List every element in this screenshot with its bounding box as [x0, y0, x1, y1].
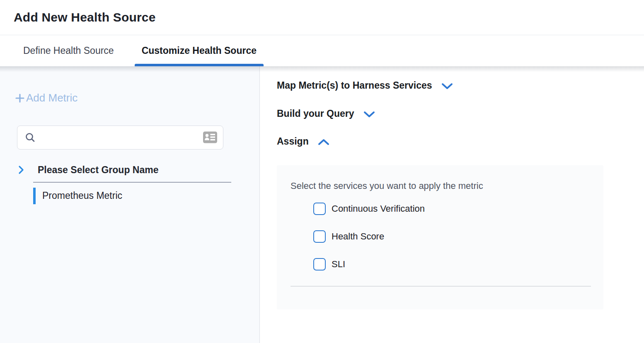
option-health-score[interactable]: Health Score [313, 230, 591, 243]
tab-bar: Define Health Source Customize Health So… [0, 35, 644, 66]
metric-group-row[interactable]: Please Select Group Name [0, 164, 259, 176]
option-label: SLI [332, 259, 345, 270]
chevron-up-icon[interactable] [318, 139, 329, 145]
tab-customize-health-source[interactable]: Customize Health Source [135, 35, 264, 66]
metric-list-item-prometheus[interactable]: Prometheus Metric [33, 188, 259, 204]
page-title: Add New Health Source [14, 10, 156, 24]
metric-name-label: Prometheus Metric [42, 190, 122, 201]
option-label: Continuous Verification [332, 203, 425, 214]
contact-card-icon[interactable] [203, 131, 217, 143]
section-label: Map Metric(s) to Harness Services [277, 80, 432, 91]
group-name-label: Please Select Group Name [38, 164, 158, 176]
checkbox-continuous-verification[interactable] [313, 203, 326, 215]
customize-panel: Map Metric(s) to Harness Services Build … [260, 66, 644, 343]
assign-options: Continuous Verification Health Score SLI [313, 203, 591, 271]
chevron-down-icon[interactable] [363, 111, 375, 118]
checkbox-sli[interactable] [313, 258, 326, 271]
section-label: Assign [277, 136, 309, 147]
tab-define-health-source[interactable]: Define Health Source [16, 35, 121, 66]
selected-indicator-bar [33, 188, 36, 204]
metrics-sidebar: Add Metric [0, 66, 260, 343]
content-area: Add Metric [0, 66, 644, 343]
group-divider [33, 182, 231, 183]
section-label: Build your Query [277, 108, 354, 119]
plus-icon [15, 93, 25, 103]
option-sli[interactable]: SLI [313, 258, 591, 271]
option-label: Health Score [332, 231, 384, 242]
assign-card: Select the services you want to apply th… [277, 165, 603, 309]
section-map-metrics-to-harness-services[interactable]: Map Metric(s) to Harness Services [277, 80, 453, 91]
search-icon [25, 132, 36, 143]
tab-label: Define Health Source [23, 45, 114, 56]
section-assign[interactable]: Assign [277, 136, 644, 147]
section-build-your-query[interactable]: Build your Query [277, 108, 644, 119]
chevron-down-icon[interactable] [441, 83, 453, 89]
metric-search-input[interactable] [40, 133, 203, 143]
assign-prompt: Select the services you want to apply th… [291, 181, 591, 191]
add-metric-label: Add Metric [26, 92, 77, 104]
page-header: Add New Health Source [0, 0, 644, 35]
option-continuous-verification[interactable]: Continuous Verification [313, 203, 591, 215]
tab-label: Customize Health Source [142, 45, 257, 56]
checkbox-health-score[interactable] [313, 230, 326, 243]
metric-search-box [17, 126, 223, 150]
add-metric-button[interactable]: Add Metric [15, 92, 77, 104]
chevron-right-icon[interactable] [18, 165, 24, 174]
card-divider [291, 286, 591, 287]
